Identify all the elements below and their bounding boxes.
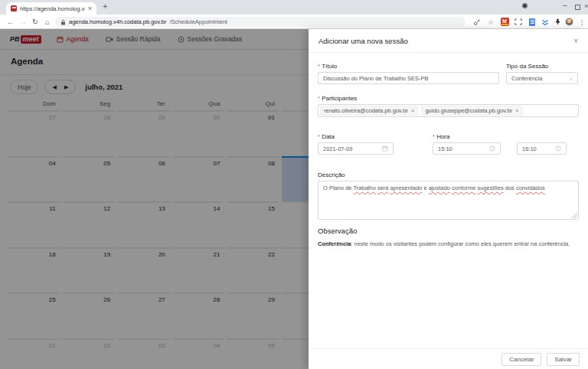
new-tab-button[interactable]: + bbox=[103, 2, 107, 11]
extensions-pin-icon[interactable] bbox=[552, 17, 563, 27]
profile-avatar[interactable] bbox=[564, 17, 574, 27]
description-text: O Plano de bbox=[323, 184, 353, 191]
modal-header: Adicionar uma nova sessão × bbox=[309, 29, 588, 53]
modal-footer: Cancelar Salvar bbox=[309, 348, 588, 369]
tipo-sessao-label: Tipo da Sessão bbox=[506, 63, 578, 70]
clock-icon bbox=[489, 145, 495, 152]
address-bar[interactable]: agenda.homolog.v4h.codata.pb.gov.br/Sche… bbox=[55, 17, 466, 27]
descricao-label: Descrição bbox=[318, 171, 579, 178]
modal-close-icon[interactable]: × bbox=[573, 37, 578, 45]
participantes-label: Participantes bbox=[322, 95, 357, 102]
browser-toolbar: ← → ↻ ⌂ agenda.homolog.v4h.codata.pb.gov… bbox=[0, 15, 588, 29]
required-asterisk: * bbox=[318, 133, 320, 140]
misspelled-word: sugestões bbox=[477, 184, 503, 191]
screen-capture-icon[interactable] bbox=[513, 17, 524, 27]
window-minimize-button[interactable]: – bbox=[563, 1, 567, 9]
hora-inicio-input[interactable]: 15:10 bbox=[433, 142, 501, 155]
tipo-sessao-select[interactable]: Conferência ∨ bbox=[506, 72, 578, 84]
window-close-button[interactable]: × bbox=[584, 2, 588, 10]
bookmark-star-icon[interactable]: ☆ bbox=[485, 17, 496, 27]
hora-fim-input[interactable]: 16:10 bbox=[517, 142, 567, 155]
browser-tab[interactable]: https://agenda.homolog.v4h.cod × bbox=[6, 2, 96, 15]
url-path: /ScheduleAppointment bbox=[169, 18, 227, 25]
hora-inicio-value: 15:10 bbox=[438, 145, 452, 152]
tab-title: https://agenda.homolog.v4h.cod bbox=[20, 5, 85, 12]
lock-icon bbox=[60, 19, 66, 25]
recording-indicator-icon bbox=[522, 3, 528, 8]
key-icon[interactable] bbox=[472, 17, 482, 27]
extension-m-icon[interactable]: M bbox=[499, 17, 510, 27]
home-icon[interactable]: ⌂ bbox=[41, 18, 54, 26]
tab-close-icon[interactable]: × bbox=[88, 5, 92, 12]
description-text: dos bbox=[504, 184, 516, 191]
window-maximize-button[interactable] bbox=[575, 5, 580, 10]
browser-menu-icon[interactable]: ⋮ bbox=[577, 17, 587, 27]
forward-icon[interactable]: → bbox=[17, 18, 29, 26]
clock-icon bbox=[555, 145, 561, 152]
required-asterisk: * bbox=[318, 95, 320, 102]
remove-participant-icon[interactable]: × bbox=[515, 107, 518, 114]
misspelled-word: conforme bbox=[452, 184, 475, 191]
remove-participant-icon[interactable]: × bbox=[411, 107, 414, 114]
data-label: Data bbox=[322, 133, 335, 140]
misspelled-word: Trabalho bbox=[353, 184, 375, 191]
add-session-modal: Adicionar uma nova sessão × *Título Tipo… bbox=[309, 29, 588, 369]
chevron-down-icon: ∨ bbox=[570, 76, 573, 81]
tipo-sessao-value: Conferência bbox=[511, 75, 542, 82]
tipo-sessao-field: Tipo da Sessão Conferência ∨ bbox=[506, 63, 578, 84]
observacao-section: Observação Conferência: neste modo os vi… bbox=[318, 227, 579, 248]
data-input[interactable]: 2021-07-09 bbox=[318, 142, 394, 155]
calendar-icon bbox=[382, 145, 388, 152]
hora-field: *Hora 15:10 16:10 bbox=[433, 133, 579, 155]
misspelled-word: ajustado bbox=[429, 184, 450, 191]
tab-favicon-icon bbox=[11, 5, 17, 11]
tab-strip: https://agenda.homolog.v4h.cod × + – × bbox=[0, 0, 588, 15]
hora-label: Hora bbox=[436, 133, 449, 140]
description-text: e bbox=[422, 184, 428, 191]
participant-tag: guido.giuseppe@codata.pb.gov.br× bbox=[421, 106, 522, 116]
required-asterisk: * bbox=[433, 133, 435, 140]
participant-email: renato.oliveira@codata.pb.gov.br bbox=[324, 107, 408, 114]
modal-title: Adicionar uma nova sessão bbox=[318, 37, 408, 45]
descricao-textarea[interactable]: O Plano de Trabalho será apresentado e a… bbox=[318, 181, 579, 220]
observacao-term: Conferência bbox=[318, 240, 351, 247]
descricao-field: Descrição O Plano de Trabalho será apres… bbox=[318, 171, 579, 220]
required-asterisk: * bbox=[318, 63, 320, 70]
data-value: 2021-07-09 bbox=[323, 145, 352, 152]
observacao-text: : neste modo os visitantes podem configu… bbox=[351, 240, 570, 247]
participantes-field: *Participantes renato.oliveira@codata.pb… bbox=[318, 95, 579, 117]
participantes-input[interactable]: renato.oliveira@codata.pb.gov.br×guido.g… bbox=[318, 104, 579, 117]
titulo-field: *Título bbox=[318, 63, 499, 84]
misspelled-word: apresentado bbox=[390, 184, 423, 191]
misspelled-word: será bbox=[377, 184, 389, 191]
document-extension-icon[interactable] bbox=[527, 17, 537, 27]
resize-handle[interactable] bbox=[572, 213, 577, 218]
browser-window: https://agenda.homolog.v4h.cod × + – × ←… bbox=[0, 0, 588, 369]
back-icon[interactable]: ← bbox=[5, 18, 17, 26]
save-button[interactable]: Salvar bbox=[547, 353, 580, 366]
cancel-button[interactable]: Cancelar bbox=[501, 353, 541, 366]
observacao-heading: Observação bbox=[318, 227, 579, 235]
misspelled-word: convidados bbox=[516, 184, 545, 191]
url-domain: agenda.homolog.v4h.codata.pb.gov.br bbox=[69, 18, 166, 25]
hora-fim-value: 16:10 bbox=[522, 145, 537, 152]
participant-tag: renato.oliveira@codata.pb.gov.br× bbox=[320, 106, 418, 116]
data-field: *Data 2021-07-09 bbox=[318, 133, 394, 155]
participant-email: guido.giuseppe@codata.pb.gov.br bbox=[425, 107, 512, 114]
reload-icon[interactable]: ↻ bbox=[29, 18, 41, 26]
titulo-label: Título bbox=[322, 63, 337, 70]
titulo-input[interactable] bbox=[318, 72, 499, 84]
chevrons-extension-icon[interactable] bbox=[540, 17, 550, 27]
